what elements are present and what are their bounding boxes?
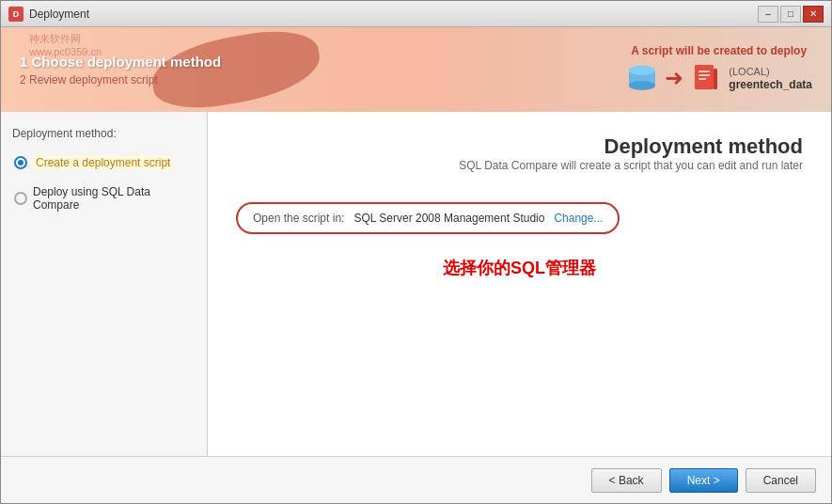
sidebar-item-deploy-sql[interactable]: Deploy using SQL Data Compare: [12, 181, 196, 215]
close-button[interactable]: ✕: [803, 6, 824, 23]
deployment-window: D Deployment – □ ✕ 1 Choose deployment m…: [0, 0, 832, 504]
source-db-icon: [625, 61, 659, 95]
content-area: Deployment method: Create a deployment s…: [1, 112, 831, 456]
svg-point-3: [629, 66, 655, 75]
title-bar-left: D Deployment: [8, 7, 89, 22]
svg-rect-5: [695, 65, 714, 89]
annotation-text: 选择你的SQL管理器: [236, 257, 803, 279]
sidebar-label: Deployment method:: [12, 127, 196, 140]
minimize-button[interactable]: –: [758, 6, 778, 23]
main-panel: Deployment method SQL Data Compare will …: [208, 112, 831, 456]
deploy-sql-label: Deploy using SQL Data Compare: [33, 185, 194, 212]
target-server: (LOCAL): [729, 66, 769, 77]
svg-rect-8: [699, 78, 706, 80]
svg-rect-9: [714, 69, 717, 89]
title-bar-controls: – □ ✕: [758, 6, 824, 23]
script-open-label: Open the script in:: [253, 212, 344, 225]
panel-title: Deployment method: [236, 134, 803, 159]
footer: < Back Next > Cancel: [1, 456, 831, 503]
svg-point-2: [629, 81, 655, 90]
banner-steps: 1 Choose deployment method 2 Review depl…: [20, 54, 221, 87]
script-open-value: SQL Server 2008 Management Studio: [353, 212, 544, 225]
change-link[interactable]: Change...: [554, 212, 603, 225]
panel-subtitle: SQL Data Compare will create a script th…: [236, 159, 803, 172]
arrow-icon: ➜: [665, 65, 683, 91]
svg-rect-7: [699, 74, 710, 76]
maximize-button[interactable]: □: [780, 6, 801, 23]
window-title: Deployment: [29, 8, 89, 21]
target-db-icon: [689, 61, 723, 95]
create-script-label: Create a deployment script: [33, 155, 173, 170]
svg-rect-6: [699, 71, 710, 72]
sidebar: Deployment method: Create a deployment s…: [1, 112, 208, 456]
deploy-label: A script will be created to deploy: [631, 44, 807, 57]
cancel-button[interactable]: Cancel: [746, 468, 816, 493]
banner: 1 Choose deployment method 2 Review depl…: [1, 27, 831, 112]
next-button[interactable]: Next >: [669, 468, 738, 493]
radio-deploy-sql[interactable]: [14, 192, 27, 205]
target-info: (LOCAL) greentech_data: [729, 66, 812, 91]
radio-create-script[interactable]: [14, 156, 27, 169]
title-bar: D Deployment – □ ✕: [1, 1, 831, 27]
watermark: 神来软件网 www.pc0359.cn: [29, 32, 102, 57]
sidebar-item-create-script[interactable]: Create a deployment script: [12, 151, 196, 174]
script-open-row: Open the script in: SQL Server 2008 Mana…: [236, 202, 620, 234]
target-db: greentech_data: [729, 78, 812, 91]
back-button[interactable]: < Back: [591, 468, 662, 493]
banner-icons: ➜ (LOCAL) greentech_data: [625, 61, 812, 95]
window-icon: D: [8, 7, 24, 22]
step2-label: 2 Review deployment script: [20, 73, 221, 87]
banner-right: A script will be created to deploy ➜: [625, 44, 812, 95]
